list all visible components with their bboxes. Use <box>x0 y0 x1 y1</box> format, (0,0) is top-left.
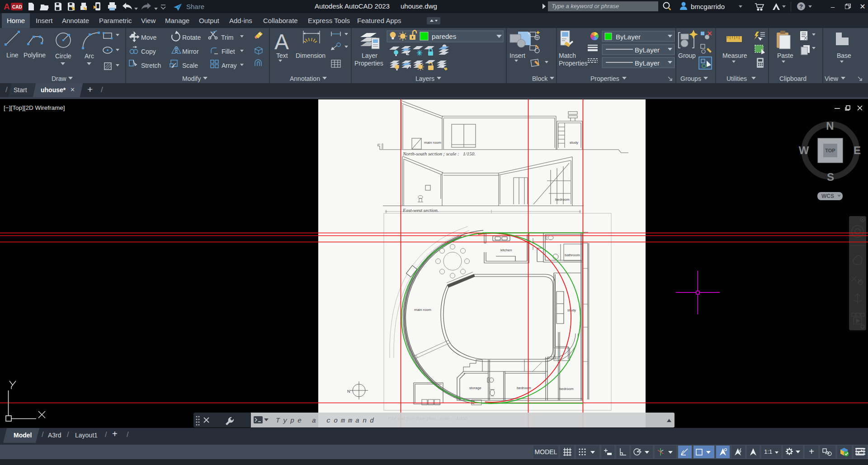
svg-text:bedroom: bedroom <box>555 197 570 202</box>
svg-text:Draw: Draw <box>52 75 67 82</box>
svg-text:Match: Match <box>559 52 576 59</box>
svg-text:Properties: Properties <box>354 60 383 67</box>
svg-text:WCS: WCS <box>821 193 834 199</box>
svg-text:study: study <box>567 308 576 312</box>
svg-text:W: W <box>799 144 809 156</box>
svg-text:CAD: CAD <box>12 5 22 9</box>
svg-text:Share: Share <box>186 3 204 10</box>
svg-text:A: A <box>4 2 10 11</box>
svg-text:S: S <box>827 171 834 183</box>
svg-text:Insert: Insert <box>509 52 525 59</box>
svg-text:bedroom: bedroom <box>559 387 574 391</box>
svg-text:ByLayer: ByLayer <box>635 59 660 67</box>
svg-text:Clipboard: Clipboard <box>779 75 807 82</box>
svg-text:TOP: TOP <box>825 148 835 153</box>
svg-text:Arc: Arc <box>85 52 94 60</box>
svg-text:E: E <box>854 144 861 156</box>
svg-text:N: N <box>826 120 834 132</box>
svg-text:Measure: Measure <box>722 52 747 59</box>
svg-text:Text: Text <box>276 52 288 59</box>
svg-text:ByLayer: ByLayer <box>616 33 641 41</box>
svg-text:Groups: Groups <box>680 75 701 82</box>
svg-text:Utilities: Utilities <box>726 75 747 82</box>
svg-text:Modify: Modify <box>182 75 201 82</box>
svg-text:Properties: Properties <box>559 60 588 67</box>
svg-text:Circle: Circle <box>55 52 71 60</box>
svg-text:Stretch: Stretch <box>141 62 161 69</box>
svg-text:bmcgarrido: bmcgarrido <box>691 3 725 10</box>
svg-text:A: A <box>274 30 289 54</box>
svg-text:Mirror: Mirror <box>182 48 199 55</box>
svg-text:Type a command: Type a command <box>276 417 377 425</box>
svg-text:Paste: Paste <box>777 52 793 59</box>
svg-text:ByLayer: ByLayer <box>635 46 660 54</box>
svg-text:Fillet: Fillet <box>222 48 235 55</box>
svg-text:Polyline: Polyline <box>24 52 46 59</box>
svg-text:N: N <box>347 389 350 394</box>
svg-text:Line: Line <box>6 52 19 59</box>
svg-text:Group: Group <box>678 52 696 59</box>
svg-text:study: study <box>570 141 578 145</box>
svg-text:View: View <box>825 75 839 82</box>
svg-text:Scale: Scale <box>182 62 198 69</box>
svg-text:kitchen: kitchen <box>500 248 512 252</box>
svg-text:Dimension: Dimension <box>296 52 326 59</box>
svg-text:East-west section.: East-west section. <box>402 207 439 213</box>
svg-text:North-south section ; scale :: North-south section ; scale : 1/150. <box>402 151 476 156</box>
svg-text:bedroom: bedroom <box>517 386 531 390</box>
svg-text:main room: main room <box>424 141 441 145</box>
svg-text:paredes: paredes <box>432 33 456 40</box>
svg-text:Base: Base <box>837 52 851 59</box>
svg-text:Properties: Properties <box>590 75 619 82</box>
svg-text:Block: Block <box>532 75 548 82</box>
svg-text:Copy: Copy <box>141 48 156 55</box>
svg-text:main room: main room <box>414 308 431 312</box>
svg-text:Rotate: Rotate <box>182 34 201 41</box>
svg-text:Move: Move <box>141 34 156 41</box>
svg-text:bathroom: bathroom <box>565 253 580 257</box>
svg-text:[−][Top][2D Wireframe]: [−][Top][2D Wireframe] <box>4 104 65 111</box>
svg-text:Array: Array <box>222 62 236 69</box>
svg-text:Trim: Trim <box>221 34 233 41</box>
svg-text:Annotation: Annotation <box>290 75 320 82</box>
svg-text:storage: storage <box>469 386 481 390</box>
svg-text:Layers: Layers <box>415 75 434 82</box>
svg-text:?: ? <box>799 3 803 10</box>
svg-text:Layer: Layer <box>362 52 377 59</box>
